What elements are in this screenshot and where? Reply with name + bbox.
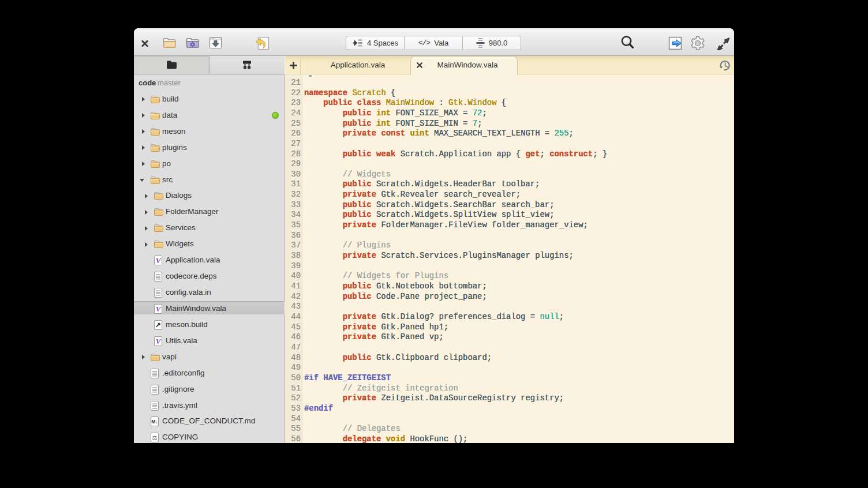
svg-text:V: V — [156, 256, 162, 265]
svg-text:M↓: M↓ — [151, 419, 158, 425]
svg-text:V: V — [156, 336, 162, 345]
svg-text:⚖: ⚖ — [152, 434, 158, 441]
svg-text:V: V — [156, 304, 162, 313]
